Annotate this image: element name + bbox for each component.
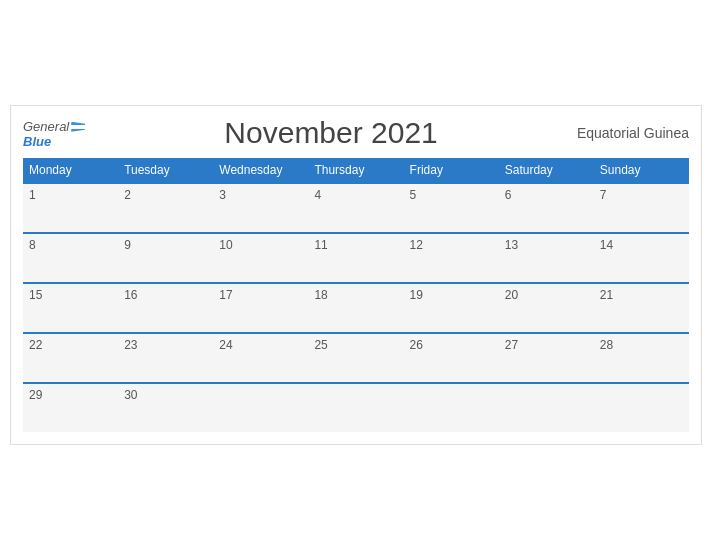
day-cell bbox=[594, 383, 689, 432]
week-row-1: 1234567 bbox=[23, 183, 689, 233]
day-number: 12 bbox=[410, 238, 423, 252]
day-cell: 6 bbox=[499, 183, 594, 233]
week-row-4: 22232425262728 bbox=[23, 333, 689, 383]
calendar-title: November 2021 bbox=[224, 116, 437, 150]
day-number: 3 bbox=[219, 188, 226, 202]
weekday-header-friday: Friday bbox=[404, 158, 499, 183]
day-cell: 2 bbox=[118, 183, 213, 233]
calendar-header: General Blue November 2021 Equatorial Gu… bbox=[23, 116, 689, 150]
day-cell: 18 bbox=[308, 283, 403, 333]
day-number: 20 bbox=[505, 288, 518, 302]
weekday-header-tuesday: Tuesday bbox=[118, 158, 213, 183]
day-cell: 26 bbox=[404, 333, 499, 383]
day-cell: 29 bbox=[23, 383, 118, 432]
logo-general-text: General bbox=[23, 117, 85, 135]
day-number: 18 bbox=[314, 288, 327, 302]
country-label: Equatorial Guinea bbox=[577, 125, 689, 141]
day-cell: 20 bbox=[499, 283, 594, 333]
day-cell: 9 bbox=[118, 233, 213, 283]
day-cell: 7 bbox=[594, 183, 689, 233]
logo-flag-icon bbox=[71, 122, 85, 132]
day-number: 7 bbox=[600, 188, 607, 202]
week-row-5: 2930 bbox=[23, 383, 689, 432]
weekday-header-saturday: Saturday bbox=[499, 158, 594, 183]
weekday-header-row: MondayTuesdayWednesdayThursdayFridaySatu… bbox=[23, 158, 689, 183]
day-cell: 8 bbox=[23, 233, 118, 283]
day-number: 24 bbox=[219, 338, 232, 352]
week-row-2: 891011121314 bbox=[23, 233, 689, 283]
day-number: 21 bbox=[600, 288, 613, 302]
day-number: 25 bbox=[314, 338, 327, 352]
calendar-table: MondayTuesdayWednesdayThursdayFridaySatu… bbox=[23, 158, 689, 432]
day-number: 14 bbox=[600, 238, 613, 252]
day-cell: 28 bbox=[594, 333, 689, 383]
day-cell: 11 bbox=[308, 233, 403, 283]
day-number: 22 bbox=[29, 338, 42, 352]
day-number: 10 bbox=[219, 238, 232, 252]
day-number: 6 bbox=[505, 188, 512, 202]
day-cell: 5 bbox=[404, 183, 499, 233]
day-number: 28 bbox=[600, 338, 613, 352]
day-number: 5 bbox=[410, 188, 417, 202]
day-number: 27 bbox=[505, 338, 518, 352]
day-cell: 13 bbox=[499, 233, 594, 283]
day-cell: 15 bbox=[23, 283, 118, 333]
weekday-header-monday: Monday bbox=[23, 158, 118, 183]
day-number: 1 bbox=[29, 188, 36, 202]
day-cell bbox=[308, 383, 403, 432]
day-number: 30 bbox=[124, 388, 137, 402]
day-number: 4 bbox=[314, 188, 321, 202]
day-cell: 22 bbox=[23, 333, 118, 383]
day-cell: 3 bbox=[213, 183, 308, 233]
day-cell bbox=[404, 383, 499, 432]
day-cell: 17 bbox=[213, 283, 308, 333]
day-cell: 19 bbox=[404, 283, 499, 333]
day-number: 11 bbox=[314, 238, 327, 252]
day-number: 15 bbox=[29, 288, 42, 302]
day-cell: 10 bbox=[213, 233, 308, 283]
day-number: 2 bbox=[124, 188, 131, 202]
day-cell: 30 bbox=[118, 383, 213, 432]
day-cell bbox=[499, 383, 594, 432]
week-row-3: 15161718192021 bbox=[23, 283, 689, 333]
day-number: 19 bbox=[410, 288, 423, 302]
day-cell: 25 bbox=[308, 333, 403, 383]
day-cell: 12 bbox=[404, 233, 499, 283]
day-cell: 1 bbox=[23, 183, 118, 233]
logo: General Blue bbox=[23, 117, 85, 149]
day-number: 23 bbox=[124, 338, 137, 352]
weekday-header-wednesday: Wednesday bbox=[213, 158, 308, 183]
day-number: 26 bbox=[410, 338, 423, 352]
day-cell: 27 bbox=[499, 333, 594, 383]
day-cell: 16 bbox=[118, 283, 213, 333]
day-number: 16 bbox=[124, 288, 137, 302]
day-cell: 14 bbox=[594, 233, 689, 283]
day-number: 17 bbox=[219, 288, 232, 302]
weekday-header-thursday: Thursday bbox=[308, 158, 403, 183]
day-cell: 23 bbox=[118, 333, 213, 383]
calendar-container: General Blue November 2021 Equatorial Gu… bbox=[10, 105, 702, 445]
day-cell: 4 bbox=[308, 183, 403, 233]
day-number: 13 bbox=[505, 238, 518, 252]
day-number: 9 bbox=[124, 238, 131, 252]
day-cell: 24 bbox=[213, 333, 308, 383]
logo-blue-text: Blue bbox=[23, 135, 85, 149]
weekday-header-sunday: Sunday bbox=[594, 158, 689, 183]
day-cell: 21 bbox=[594, 283, 689, 333]
day-number: 8 bbox=[29, 238, 36, 252]
day-cell bbox=[213, 383, 308, 432]
day-number: 29 bbox=[29, 388, 42, 402]
